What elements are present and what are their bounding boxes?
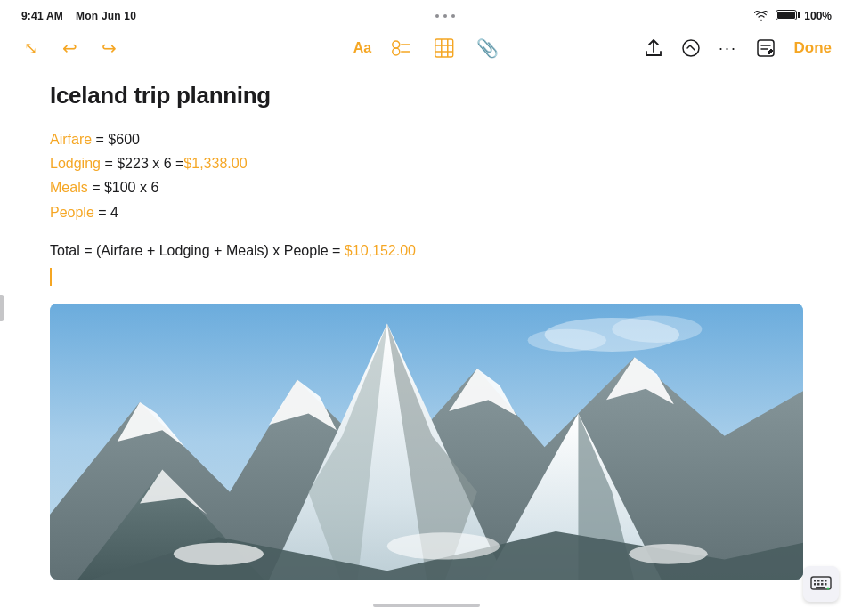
svg-point-30: [174, 543, 264, 565]
meals-value: = $100 x 6: [88, 180, 159, 195]
dot-2: [443, 14, 447, 18]
battery-icon: [776, 10, 797, 20]
formula-meals: Meals = $100 x 6: [50, 175, 803, 199]
share-button[interactable]: [641, 36, 666, 61]
svg-rect-38: [814, 583, 816, 586]
attachment-button[interactable]: 📎: [475, 36, 500, 61]
wifi-icon: [754, 11, 768, 21]
svg-point-0: [393, 41, 400, 48]
status-right: 100%: [754, 10, 832, 23]
undo-icon[interactable]: ↩: [57, 36, 82, 61]
checklist-button[interactable]: [389, 36, 414, 61]
meals-label: Meals: [50, 180, 88, 195]
svg-point-31: [387, 532, 500, 559]
note-edit-button[interactable]: [753, 36, 778, 61]
dot-1: [435, 14, 439, 18]
lodging-value: = $223 x 6 =: [101, 156, 183, 171]
redo-icon[interactable]: ↪: [96, 36, 121, 61]
side-handle: [0, 295, 4, 321]
total-line: Total = (Airfare + Lodging + Meals) x Pe…: [50, 239, 803, 263]
airfare-value: = $600: [92, 132, 140, 147]
svg-point-43: [827, 588, 830, 590]
font-format-button[interactable]: Aa: [353, 36, 371, 61]
keyboard-icon: [810, 576, 832, 592]
svg-point-15: [612, 316, 702, 343]
toolbar-center-group: Aa 📎: [353, 36, 500, 61]
mountain-illustration: [50, 304, 803, 580]
done-button[interactable]: Done: [791, 37, 836, 59]
date-display: Mon Jun 10: [76, 10, 136, 22]
formula-block: Airfare = $600 Lodging = $223 x 6 =$1,33…: [50, 127, 803, 224]
svg-point-32: [629, 544, 707, 564]
svg-point-16: [528, 329, 606, 352]
people-label: People: [50, 205, 94, 220]
text-cursor: [50, 266, 803, 289]
formula-lodging: Lodging = $223 x 6 =$1,338.00: [50, 151, 803, 175]
svg-rect-34: [814, 580, 816, 582]
scroll-indicator: [373, 604, 480, 607]
status-bar: 9:41 AM Mon Jun 10 100%: [0, 0, 853, 28]
svg-point-1: [393, 48, 400, 55]
toolbar-right-group: ··· Done: [641, 36, 836, 61]
dot-3: [451, 14, 455, 18]
total-prefix: Total = (Airfare + Lodging + Meals) x Pe…: [50, 243, 340, 258]
battery-percent: 100%: [804, 10, 832, 22]
time-display: 9:41 AM: [21, 10, 63, 22]
lodging-label: Lodging: [50, 156, 101, 171]
toolbar-left-group: ⤡ ↩ ↪: [18, 36, 641, 61]
svg-rect-4: [435, 39, 453, 57]
status-center-dots: [435, 14, 455, 18]
note-image: [50, 304, 803, 580]
svg-rect-41: [825, 583, 827, 586]
markup-button[interactable]: [678, 36, 703, 61]
keyboard-button[interactable]: [803, 566, 839, 602]
svg-rect-39: [817, 583, 820, 586]
note-content: Iceland trip planning Airfare = $600 Lod…: [0, 68, 853, 304]
note-title[interactable]: Iceland trip planning: [50, 82, 803, 109]
svg-rect-35: [817, 580, 820, 582]
collapse-icon[interactable]: ⤡: [18, 36, 43, 61]
more-button[interactable]: ···: [716, 36, 741, 61]
svg-point-9: [683, 40, 699, 56]
total-result: $10,152.00: [345, 243, 416, 258]
svg-rect-37: [825, 580, 827, 582]
toolbar: ⤡ ↩ ↪ Aa 📎: [0, 28, 853, 68]
airfare-label: Airfare: [50, 132, 92, 147]
status-time: 9:41 AM Mon Jun 10: [21, 10, 136, 22]
lodging-result: $1,338.00: [183, 156, 247, 171]
svg-rect-10: [758, 40, 774, 56]
svg-rect-42: [816, 587, 825, 589]
svg-rect-40: [821, 583, 824, 586]
formula-airfare: Airfare = $600: [50, 127, 803, 151]
people-value: = 4: [94, 205, 118, 220]
svg-rect-36: [821, 580, 824, 582]
table-button[interactable]: [432, 36, 457, 61]
formula-people: People = 4: [50, 200, 803, 224]
